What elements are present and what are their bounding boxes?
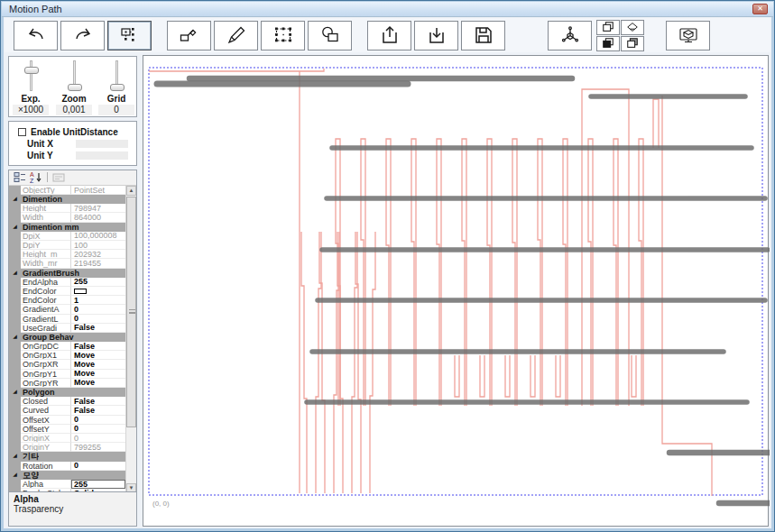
property-value[interactable]: False: [71, 342, 125, 351]
motion-path-segment[interactable]: [556, 355, 560, 397]
save-button[interactable]: [461, 21, 505, 50]
category-row[interactable]: ◢Group Behav: [9, 333, 125, 342]
motion-path-segment[interactable]: [632, 355, 636, 397]
property-value[interactable]: 0: [71, 434, 125, 443]
property-value[interactable]: Move: [71, 351, 125, 360]
property-row[interactable]: EndAlpha255: [9, 278, 125, 287]
duplicate-button[interactable]: [621, 36, 644, 51]
property-row[interactable]: GradientA0: [9, 305, 125, 314]
property-row[interactable]: UseGradiFalse: [9, 324, 125, 333]
category-row[interactable]: ◢GradientBrush: [9, 269, 125, 278]
motion-path-segment[interactable]: [361, 139, 365, 406]
property-value[interactable]: PointSet: [71, 186, 125, 195]
zoom-slider[interactable]: [73, 60, 76, 91]
eraser-button[interactable]: [621, 20, 644, 35]
property-value[interactable]: 799255: [71, 443, 125, 452]
property-value[interactable]: 0: [71, 416, 125, 425]
category-row[interactable]: ◢Polygon: [9, 388, 125, 397]
scroll-up-icon[interactable]: ▲: [126, 186, 136, 196]
category-row[interactable]: ◢기타: [9, 452, 125, 461]
property-row[interactable]: OnGrpYRMove: [9, 379, 125, 388]
collapse-icon[interactable]: ◢: [9, 471, 21, 480]
motion-path-segment[interactable]: [411, 139, 416, 406]
property-row[interactable]: CurvedFalse: [9, 406, 125, 415]
property-row[interactable]: OriginX0: [9, 434, 125, 443]
motion-path-segment[interactable]: [588, 139, 593, 406]
unit-y-field[interactable]: [76, 151, 128, 160]
axis-3d-button[interactable]: [548, 21, 592, 50]
motion-path-segment[interactable]: [149, 69, 324, 71]
motion-path-segment[interactable]: [370, 232, 375, 493]
motion-path-segment[interactable]: [531, 355, 535, 397]
canvas-drawing[interactable]: [143, 56, 770, 527]
property-value[interactable]: 0: [71, 305, 125, 314]
property-value[interactable]: 255: [71, 278, 125, 287]
property-row[interactable]: OffsetY0: [9, 425, 125, 434]
motion-path-segment[interactable]: [505, 355, 510, 397]
motion-path-segment[interactable]: [352, 232, 357, 493]
scroll-down-icon[interactable]: ▼: [126, 483, 136, 491]
motion-path-segment[interactable]: [319, 232, 325, 493]
property-row[interactable]: Height798947: [9, 204, 125, 213]
collapse-icon[interactable]: ◢: [9, 269, 21, 278]
property-row[interactable]: ClosedFalse: [9, 397, 125, 406]
property-row[interactable]: ObjectTyPointSet: [9, 186, 125, 195]
property-value[interactable]: 1: [71, 296, 125, 305]
motion-path-segment[interactable]: [301, 232, 307, 493]
zoom-slider-thumb[interactable]: [68, 84, 82, 91]
export-button[interactable]: [367, 21, 411, 50]
property-row[interactable]: EndColor: [9, 287, 125, 296]
property-value[interactable]: 798947: [71, 204, 125, 213]
collapse-icon[interactable]: ◢: [9, 195, 21, 204]
color-swatch[interactable]: [74, 289, 87, 294]
property-row[interactable]: EndColor1: [9, 296, 125, 305]
property-value[interactable]: 100,000008: [71, 232, 125, 241]
grid-slider[interactable]: [115, 60, 118, 91]
categorized-view-button[interactable]: [12, 171, 28, 184]
arrange-back-button[interactable]: [596, 36, 620, 51]
property-row[interactable]: OnGrpY1Move: [9, 370, 125, 379]
property-value[interactable]: Move: [71, 370, 125, 379]
property-pages-button[interactable]: [51, 171, 67, 184]
collapse-icon[interactable]: ◢: [9, 223, 21, 232]
property-value[interactable]: False: [71, 397, 125, 406]
category-row[interactable]: ◢Dimention mm: [9, 223, 125, 232]
property-row[interactable]: Rotation0: [9, 462, 125, 471]
collapse-icon[interactable]: ◢: [9, 452, 21, 461]
motion-path-segment[interactable]: [480, 355, 484, 397]
redo-button[interactable]: [60, 21, 105, 50]
preview-screen-button[interactable]: [666, 21, 710, 50]
category-row[interactable]: ◢Dimention: [9, 195, 125, 204]
property-row[interactable]: GradientL0: [9, 315, 125, 324]
property-value[interactable]: 0: [71, 315, 125, 324]
property-value[interactable]: Move: [71, 379, 125, 388]
motion-path-segment[interactable]: [355, 232, 361, 493]
property-value[interactable]: 202932: [71, 250, 125, 259]
property-row[interactable]: DpiX100,000008: [9, 232, 125, 241]
property-row[interactable]: Width_mr219455: [9, 259, 125, 268]
property-value[interactable]: [71, 287, 125, 296]
selection-rect[interactable]: [149, 68, 762, 495]
property-row[interactable]: OnGrpXRMove: [9, 360, 125, 369]
property-row[interactable]: Height_m202932: [9, 250, 125, 259]
shapes-tool-button[interactable]: [308, 21, 352, 50]
property-value[interactable]: Solid: [71, 489, 125, 491]
select-tool-button[interactable]: [261, 21, 305, 50]
motion-path-segment[interactable]: [316, 232, 321, 493]
property-value[interactable]: Move: [71, 360, 125, 369]
property-grid-scrollbar[interactable]: ▲ ▼: [125, 186, 136, 491]
grid-slider-thumb[interactable]: [110, 84, 125, 91]
property-value[interactable]: 255: [71, 480, 125, 489]
undo-button[interactable]: [14, 21, 58, 50]
scrollbar-thumb[interactable]: [126, 197, 136, 427]
collapse-icon[interactable]: ◢: [9, 388, 21, 397]
property-row[interactable]: OnGrpX1Move: [9, 351, 125, 360]
motion-path-segment[interactable]: [639, 139, 643, 406]
motion-path-segment[interactable]: [487, 139, 492, 406]
motion-path-segment[interactable]: [662, 96, 712, 496]
motion-path-segment[interactable]: [437, 139, 441, 406]
property-value[interactable]: 0: [71, 425, 125, 434]
motion-path-tool-button[interactable]: [107, 21, 152, 50]
property-row[interactable]: OriginY799255: [9, 443, 125, 452]
category-row[interactable]: ◢모양: [9, 471, 125, 480]
